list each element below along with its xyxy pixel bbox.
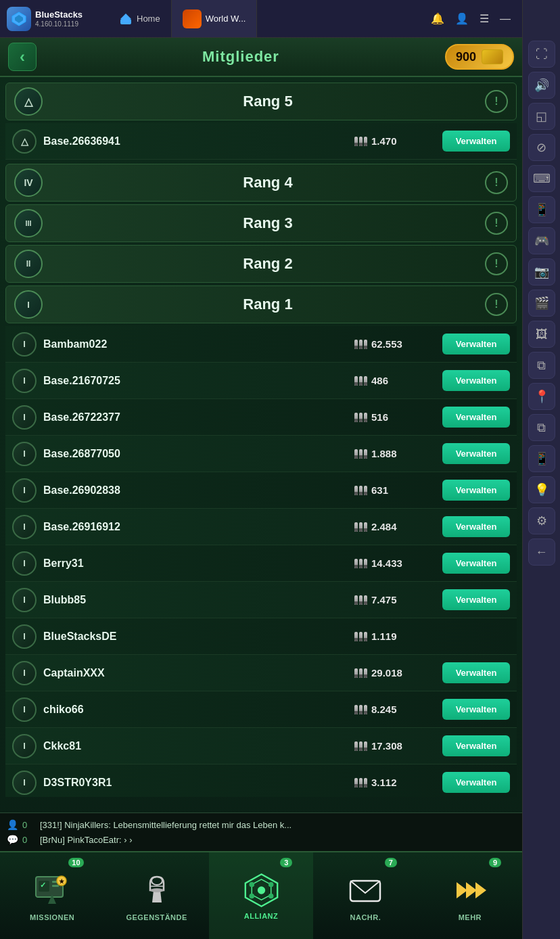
member-power: 486 <box>354 375 436 386</box>
rank-3-info-button[interactable]: ! <box>485 212 508 235</box>
member-rank-icon: △ <box>12 129 37 154</box>
power-icon <box>354 376 367 386</box>
gamepad-button[interactable]: 🎮 <box>528 227 555 254</box>
member-name: chiko66 <box>43 704 348 716</box>
cancel-button[interactable]: ⊘ <box>528 134 555 161</box>
rank-2-info-button[interactable]: ! <box>485 252 508 275</box>
menu-icon[interactable]: ☰ <box>480 12 489 25</box>
member-rank-icon: I <box>12 734 37 758</box>
nav-item-nachr[interactable]: 7 NACHR. <box>313 852 417 939</box>
manage-button[interactable]: Verwalten <box>442 480 510 501</box>
keyboard-button[interactable]: ⌨ <box>528 165 555 192</box>
chat-count-1: 0 <box>22 820 36 830</box>
member-name: Bambam022 <box>43 338 348 350</box>
camera-button[interactable]: 📷 <box>528 258 555 285</box>
chat-text-1: [331!] NinjaKillers: Lebensmittellieferu… <box>40 820 291 830</box>
power-value: 3.112 <box>371 777 397 788</box>
power-value: 1.470 <box>371 135 397 147</box>
settings-button[interactable]: ⚙ <box>528 507 555 534</box>
nav-item-mehr[interactable]: 9 MEHR <box>418 852 522 939</box>
power-value: 17.308 <box>371 740 402 752</box>
manage-button[interactable]: Verwalten <box>442 516 510 537</box>
member-power: 29.018 <box>354 667 436 679</box>
page-title: Mitglieder <box>37 48 445 66</box>
power-icon <box>354 705 367 714</box>
rank-5-info-button[interactable]: ! <box>485 90 508 113</box>
manage-button[interactable]: Verwalten <box>442 662 510 683</box>
rank-4-badge: IV <box>14 168 43 197</box>
table-row: I Bambam022 62.553 Verwalten <box>5 326 517 363</box>
rank-2-title: Rang 2 <box>51 255 485 273</box>
fullscreen-button[interactable]: ⛶ <box>528 41 555 68</box>
nav-item-allianz[interactable]: 3 ALLIANZ <box>209 852 313 939</box>
share-button[interactable]: ⧉ <box>528 414 555 441</box>
table-row: I Ckkc81 17.308 Verwalten <box>5 728 517 764</box>
manage-button[interactable]: Verwalten <box>442 735 510 756</box>
allianz-icon-wrap <box>243 872 280 909</box>
home-tab[interactable]: Home <box>108 0 172 37</box>
missionen-badge: 10 <box>68 858 83 867</box>
member-rank-icon: I <box>12 405 37 430</box>
nav-item-gegenstaende[interactable]: GEGENSTÄNDE <box>104 852 208 939</box>
gallery-button[interactable]: 🖼 <box>528 321 555 348</box>
rank-4-title: Rang 4 <box>51 174 485 191</box>
home-tab-label: Home <box>137 14 160 24</box>
minimize-icon[interactable]: — <box>500 13 511 25</box>
rank-header-1: I Rang 1 ! <box>5 285 517 323</box>
member-power: 8.245 <box>354 704 436 715</box>
video-button[interactable]: 🎬 <box>528 290 555 317</box>
manage-button[interactable]: Verwalten <box>442 772 510 793</box>
phone-button[interactable]: 📱 <box>528 445 555 472</box>
member-name: Base.26916912 <box>43 521 348 533</box>
app-name: BlueStacks <box>35 9 83 20</box>
svg-point-21 <box>249 894 254 899</box>
game-tab[interactable]: World W... <box>172 0 258 37</box>
rank-header-2: II Rang 2 ! <box>5 245 517 283</box>
back-button[interactable]: ‹ <box>8 43 37 71</box>
user-icon[interactable]: 👤 <box>455 12 469 25</box>
volume-button[interactable]: 🔊 <box>528 72 555 99</box>
manage-button[interactable]: Verwalten <box>442 443 510 464</box>
table-row: I BlueStacksDE 1.119 <box>5 618 517 655</box>
copy-button[interactable]: ⧉ <box>528 352 555 379</box>
power-icon <box>354 741 367 751</box>
svg-text:★: ★ <box>59 878 65 885</box>
light-button[interactable]: 💡 <box>528 476 555 503</box>
member-list[interactable]: △ Rang 5 ! △ Base.26636941 1.470 Verwalt… <box>0 77 522 797</box>
member-rank-icon: I <box>12 771 37 795</box>
nachr-icon-wrap <box>345 870 386 911</box>
manage-button[interactable]: Verwalten <box>442 407 510 428</box>
manage-button[interactable]: Verwalten <box>442 553 510 574</box>
svg-text:✓: ✓ <box>40 881 46 889</box>
svg-point-19 <box>268 882 273 888</box>
header-bar: ‹ Mitglieder 900 <box>0 38 522 77</box>
manage-button[interactable]: Verwalten <box>442 699 510 720</box>
bell-icon[interactable]: 🔔 <box>431 12 444 25</box>
member-rank-icon: I <box>12 478 37 503</box>
nav-item-missionen[interactable]: 10 ★ ✓ MISSIONEN <box>0 852 104 939</box>
svg-point-14 <box>150 888 164 892</box>
table-row: I Base.26877050 1.888 Verwalten <box>5 436 517 472</box>
table-row: I Blubb85 7.475 Verwalten <box>5 582 517 618</box>
chat-count-2: 0 <box>22 835 36 845</box>
tablet-button[interactable]: 📱 <box>528 196 555 223</box>
rank-1-info-button[interactable]: ! <box>485 293 508 316</box>
rank-header-5: △ Rang 5 ! <box>5 83 517 120</box>
location-button[interactable]: 📍 <box>528 383 555 410</box>
rank-4-info-button[interactable]: ! <box>485 171 508 194</box>
chat-text-2: [BrNu] PinkTacoEatr: › › <box>40 835 133 845</box>
power-icon <box>354 340 367 349</box>
power-icon <box>354 137 367 146</box>
member-power: 2.484 <box>354 521 436 532</box>
expand-button[interactable]: ◱ <box>528 103 555 130</box>
manage-button[interactable]: Verwalten <box>442 334 510 354</box>
manage-button[interactable]: Verwalten <box>442 589 510 610</box>
member-name: Base.26877050 <box>43 448 348 460</box>
back-sidebar-button[interactable]: ← <box>528 539 555 566</box>
member-power: 1.470 <box>354 135 436 147</box>
manage-button[interactable]: Verwalten <box>442 131 510 152</box>
game-tab-label: World W... <box>206 14 246 24</box>
member-name: Base.26722377 <box>43 411 348 423</box>
member-rank-icon: I <box>12 624 37 649</box>
manage-button[interactable]: Verwalten <box>442 370 510 391</box>
